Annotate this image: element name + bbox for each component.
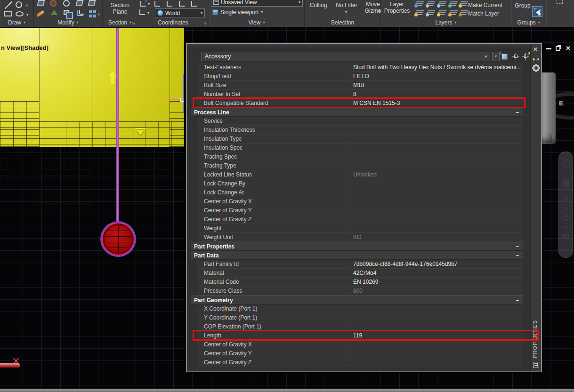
model-center-strip[interactable] [91, 147, 119, 166]
ungroup-icon[interactable] [557, 0, 563, 4]
palette-header-strip[interactable] [187, 44, 530, 50]
make-current-button[interactable]: Make Current [468, 2, 509, 8]
chevron-down-icon[interactable]: ▾ [147, 11, 149, 15]
ucs-icon[interactable] [139, 9, 145, 15]
property-value[interactable]: 8 [349, 90, 523, 98]
ucs-origin-icon[interactable] [154, 1, 160, 7]
panel-label-groups[interactable]: Groups▾ [511, 18, 546, 27]
layer-on-icon[interactable] [415, 10, 423, 16]
property-row[interactable]: Insulation Spec [197, 144, 523, 152]
chevron-down-icon[interactable]: ▾ [26, 4, 28, 8]
property-value[interactable] [349, 126, 523, 134]
property-row[interactable]: Lock Change By [197, 179, 523, 188]
culling-button[interactable]: Culling [306, 2, 331, 8]
property-value[interactable]: Unlocked [349, 170, 523, 179]
group-select-button[interactable] [532, 6, 542, 17]
ellipse-icon[interactable] [16, 11, 24, 16]
layer-freeze-icon[interactable] [438, 1, 445, 7]
group-button[interactable]: Group [513, 2, 532, 9]
chevron-down-icon[interactable] [564, 208, 568, 211]
ucs-combo[interactable]: World ▾ [155, 8, 205, 17]
explode-icon[interactable] [37, 0, 45, 6]
property-row[interactable]: Material CodeEN 10269 [197, 278, 523, 287]
section-header[interactable]: Part Properties− [191, 242, 523, 251]
offset-icon[interactable] [77, 10, 83, 16]
property-row[interactable]: Shop/FieldFIELD [197, 72, 523, 81]
line-icon[interactable] [5, 1, 12, 9]
property-row[interactable]: Center of Gravity X [197, 197, 523, 206]
property-value[interactable]: KG [349, 233, 523, 241]
property-value[interactable] [349, 224, 523, 232]
show-motion-icon[interactable] [563, 234, 569, 239]
panel-label-view[interactable]: View▾ [209, 18, 304, 27]
property-value[interactable] [349, 215, 523, 224]
rectangle-icon[interactable] [4, 11, 12, 16]
property-row[interactable]: Y Coordinate (Port 1) [197, 313, 523, 322]
chevron-down-icon[interactable] [564, 173, 568, 175]
chamfer-icon[interactable] [88, 0, 96, 6]
property-row[interactable]: Pressure Class600 [197, 287, 523, 296]
property-row[interactable]: Tracing Type [197, 161, 523, 170]
property-value[interactable] [349, 188, 523, 197]
object-list-dropdown-button[interactable]: ▾ [492, 52, 500, 61]
property-row[interactable]: Center of Gravity X [197, 340, 523, 349]
property-value[interactable]: 42CrMo4 [349, 269, 523, 277]
ucs-z-axis-icon[interactable] [167, 1, 172, 7]
property-value[interactable] [349, 304, 523, 313]
panel-expander-icon[interactable]: ↘ [203, 21, 207, 25]
property-value[interactable]: 7db09dce-cf88-4d8f-944e-176e0145d9b7 [349, 260, 523, 268]
chevron-down-icon[interactable]: ▾ [379, 9, 380, 13]
property-row[interactable]: Center of Gravity Z [197, 358, 523, 367]
collapse-icon[interactable]: − [516, 297, 519, 303]
make-current-icon[interactable] [460, 1, 467, 7]
zoom-extents-icon[interactable] [563, 195, 568, 200]
window-restore-button[interactable] [556, 46, 560, 51]
collapse-icon[interactable]: − [516, 244, 519, 249]
property-value[interactable] [349, 197, 523, 206]
section-plane-button[interactable]: Section Plane [104, 2, 137, 15]
property-value[interactable] [349, 117, 523, 125]
property-row[interactable]: Length119 [197, 331, 523, 340]
pan-hand-icon[interactable] [563, 179, 569, 187]
3d-move-icon[interactable] [51, 10, 57, 15]
property-row[interactable]: COP Elevation (Port 1) [197, 322, 523, 331]
property-row[interactable]: Weight UnitKG [197, 233, 523, 242]
property-value[interactable]: FIELD [349, 72, 523, 80]
panel-label-coordinates[interactable]: Coordinates [137, 18, 209, 27]
property-value[interactable]: Stud Bolt with Two Heavy Hex Nuts / Svor… [349, 63, 523, 72]
property-row[interactable]: Test-FastenersStud Bolt with Two Heavy H… [197, 63, 523, 72]
property-value[interactable]: M CSN EN 1515-3 [349, 99, 523, 107]
property-value[interactable]: EN 10269 [349, 278, 523, 286]
property-row[interactable]: Number In Set8 [197, 90, 523, 99]
property-value[interactable] [349, 313, 523, 322]
object-type-combo[interactable]: Accessory ▾ [202, 52, 490, 61]
model-column-left[interactable] [38, 147, 91, 214]
property-value[interactable] [349, 340, 523, 349]
ucs-x-icon[interactable] [140, 1, 146, 7]
circle-icon[interactable] [16, 1, 22, 8]
layer-edit-icon[interactable] [427, 1, 434, 7]
property-row[interactable]: Lock Change At [197, 188, 523, 197]
property-value[interactable] [349, 349, 523, 358]
palette-close-icon[interactable]: ✕ [533, 46, 538, 53]
match-layer-icon[interactable] [460, 10, 467, 16]
property-value[interactable]: 119 [349, 331, 523, 340]
layer-walk-icon[interactable] [427, 10, 434, 16]
viewport-config-button[interactable]: Single viewport ▾ [212, 9, 263, 16]
fillet-icon[interactable] [63, 0, 70, 7]
ucs-3point-icon[interactable] [179, 1, 185, 7]
property-row[interactable]: Center of Gravity Y [197, 349, 523, 358]
layer-lock-icon[interactable] [449, 1, 457, 7]
layer-properties-button[interactable]: Layer Properties [382, 1, 412, 14]
property-row[interactable]: Insulation Type [197, 135, 523, 144]
gray-part-knob[interactable] [542, 133, 552, 143]
auto-hide-icon[interactable] [533, 57, 539, 62]
section-header[interactable]: Part Data− [191, 251, 523, 260]
chevron-down-icon[interactable]: ▾ [148, 2, 150, 6]
3d-align-icon[interactable] [50, 0, 57, 7]
property-row[interactable]: X Coordinate (Port 1) [197, 304, 523, 313]
orbit-icon[interactable] [561, 216, 570, 220]
chevron-down-icon[interactable]: ▾ [98, 13, 100, 16]
window-close-button[interactable]: ✕ [566, 45, 571, 51]
property-value[interactable] [349, 358, 523, 367]
